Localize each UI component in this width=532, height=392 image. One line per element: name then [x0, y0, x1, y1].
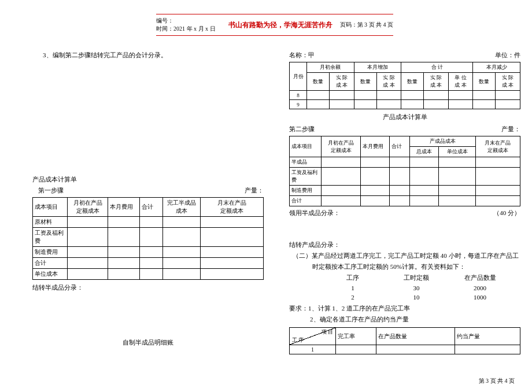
header-motto: 书山有路勤为径，学海无涯苦作舟	[221, 20, 340, 30]
step2-line: 第二步骤 产量：	[289, 125, 520, 134]
th-cost: 实 际 成 本	[496, 73, 520, 91]
question-3: 3、编制第二步骤结转完工产品的会计分录。	[43, 51, 264, 60]
th-qty: 数量	[307, 73, 330, 91]
cell: 制造费用	[290, 186, 322, 196]
transfer-fg-entry: 结转产成品分录：	[289, 241, 520, 249]
th: 单位成本	[439, 147, 476, 157]
cell: 8	[290, 91, 307, 100]
th-cost: 实 际 成 本	[424, 73, 449, 91]
th: 约当产量	[455, 328, 520, 345]
header-id: 编号：	[156, 17, 221, 25]
th-total: 合 计	[401, 62, 473, 73]
transfer-semi-entry: 结转半成品分录：	[32, 283, 264, 292]
th-qty: 数量	[401, 73, 424, 91]
table-row: 成本项目 月初在产品 定额成本 本月费用 合计 产成品成本 月末在产品 定额成本	[290, 136, 520, 147]
cell: 制造费用	[33, 247, 68, 258]
cell: 30	[382, 284, 451, 291]
table-equiv: 项 目 工 序 完工率 在产品数量 约当产量 1	[289, 327, 520, 354]
unit-label: 单位：件	[495, 51, 520, 60]
table-row: 制造费用	[33, 247, 264, 258]
cell: 合计	[290, 196, 322, 206]
th: 合计	[390, 136, 410, 157]
diag-header: 项 目 工 序	[290, 328, 336, 345]
th: 月末在产品 定额成本	[201, 198, 264, 217]
th-cost: 实 际 成 本	[376, 73, 401, 91]
cell: 10	[382, 294, 451, 301]
points-label: （40 分）	[493, 209, 520, 217]
th: 在产品数量	[376, 328, 455, 345]
th: 成本项目	[290, 136, 322, 157]
req-1: 1、计算 1、2 道工序的在产品完工率	[308, 305, 410, 312]
table-row: 合计	[33, 258, 264, 269]
th-unit-cost: 单 位 成 本	[448, 73, 473, 91]
table-row: 单位成本	[33, 269, 264, 280]
cell: 合计	[33, 258, 68, 269]
table-row: 9	[290, 100, 520, 109]
table-row: 成本项目 月初在产品 定额成本 本月费用 合计 完工半成品 成本 月末在产品 定…	[33, 198, 264, 217]
problem-2-line1: （二）某产品经过两道工序完工，完工产品工时定额 40 小时，每道工序在产品工	[293, 252, 520, 260]
cost-sheet-title-left: 产品成本计算单	[32, 175, 264, 184]
table-row: 1	[290, 345, 520, 354]
th: 完工半成品 成本	[163, 198, 201, 217]
th: 总成本	[410, 147, 439, 157]
th-qty: 数量	[354, 73, 376, 91]
cell: 2000	[451, 284, 509, 291]
th: 完工率	[336, 328, 376, 345]
th: 月末在产品 定额成本	[475, 136, 520, 157]
cell: 1000	[451, 294, 509, 301]
table-row: 工资及福利费	[290, 168, 520, 186]
table-row: 月份 月初余额 本月增加 合 计 本月减少	[290, 62, 520, 73]
th: 月初在产品 定额成本	[68, 198, 108, 217]
table-row: 合计	[290, 196, 520, 206]
data-row: 2 10 1000	[324, 294, 520, 301]
th: 产成品成本	[410, 136, 476, 147]
cell: 原材料	[33, 217, 68, 228]
th-increase: 本月增加	[354, 62, 401, 73]
th-cost: 实 际 成 本	[330, 73, 354, 91]
cell: 工资及福利费	[33, 228, 68, 247]
cell: 单位成本	[33, 269, 68, 280]
table-row: 项 目 工 序 完工率 在产品数量 约当产量	[290, 328, 520, 345]
table-ledger: 月份 月初余额 本月增加 合 计 本月减少 数量 实 际 成 本 数量 实 际 …	[289, 62, 520, 109]
cost-sheet-title-right: 产品成本计算单	[289, 113, 520, 121]
page-header: 编号： 时间：2021 年 x 月 x 日 书山有路勤为径，学海无涯苦作舟 页码…	[156, 14, 393, 36]
cell: 半成品	[290, 157, 322, 168]
cell: 1	[324, 284, 382, 291]
table-row: 数量 实 际 成 本 数量 实 际 成 本 数量 实 际 成 本 单 位 成 本…	[290, 73, 520, 91]
header-left: 编号： 时间：2021 年 x 月 x 日	[156, 17, 221, 33]
cell: 9	[290, 100, 307, 109]
receive-entry-label: 领用半成品分录：	[289, 209, 340, 217]
th: 本月费用	[108, 198, 140, 217]
receive-entry-line: 领用半成品分录： （40 分）	[289, 209, 520, 217]
problem-2-line2: 时定额按本工序工时定额的 50%计算。有关资料如下：	[312, 262, 520, 271]
data-row: 1 30 2000	[324, 284, 520, 291]
table-row: 工资及福利费	[33, 228, 264, 247]
self-made-ledger-title: 自制半成品明细账	[32, 338, 264, 347]
step2-label: 第二步骤	[289, 125, 315, 134]
cell: 1	[290, 345, 336, 354]
table-step1: 成本项目 月初在产品 定额成本 本月费用 合计 完工半成品 成本 月末在产品 定…	[32, 197, 264, 280]
header-date: 时间：2021 年 x 月 x 日	[156, 25, 221, 33]
table-row: 原材料	[33, 217, 264, 228]
req-2: 2、确定各道工序在产品的约当产量	[310, 315, 520, 324]
cell: 2	[324, 294, 382, 301]
diag-bot-label: 工 序	[292, 336, 304, 344]
th: 月初在产品 定额成本	[322, 136, 361, 157]
product-name: 名称：甲	[289, 51, 315, 60]
th-decrease: 本月减少	[473, 62, 520, 73]
table-row: 8	[290, 91, 520, 100]
data-header-row: 工序 工时定额 在产品数量	[324, 273, 520, 282]
table-row: 半成品	[290, 157, 520, 168]
col-b: 工时定额	[382, 273, 451, 282]
th-qty: 数量	[473, 73, 496, 91]
step1-qty: 产量：	[245, 186, 264, 195]
table-row: 制造费用	[290, 186, 520, 196]
diag-top-label: 项 目	[322, 328, 333, 336]
footer-page: 第 3 页 共 4 页	[479, 377, 515, 385]
table-step2: 成本项目 月初在产品 定额成本 本月费用 合计 产成品成本 月末在产品 定额成本…	[289, 136, 520, 206]
th-month: 月份	[290, 62, 307, 91]
req-label: 要求：	[289, 305, 308, 312]
header-page: 页码：第 3 页 共 4 页	[340, 21, 394, 29]
th: 合计	[140, 198, 163, 217]
name-unit-line: 名称：甲 单位：件	[289, 51, 520, 60]
